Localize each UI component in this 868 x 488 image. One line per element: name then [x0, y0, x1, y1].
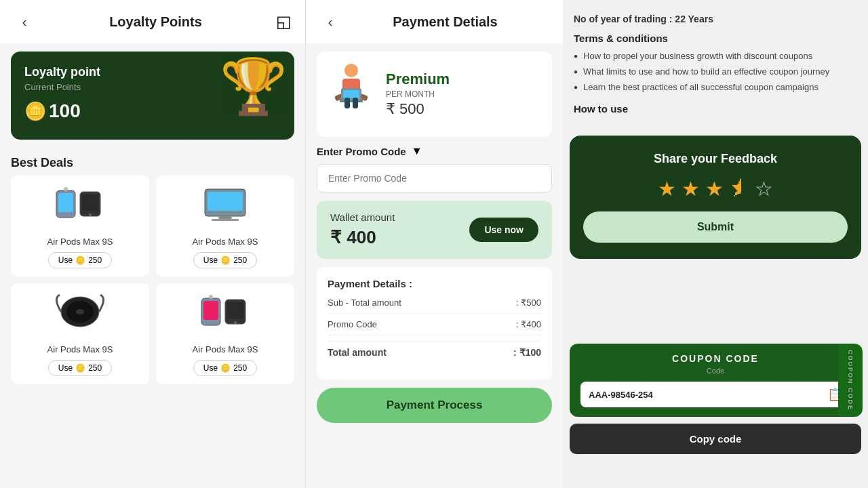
- coin-icon: 🪙: [24, 101, 46, 122]
- payment-title: Payment Detials: [341, 14, 549, 30]
- loyalty-card: Loyalty point Current Points 🪙 100 🏆: [11, 52, 294, 140]
- payment-process-button[interactable]: Payment Process: [317, 388, 552, 423]
- deal-use-btn-3[interactable]: Use 🪙 250: [48, 360, 112, 376]
- deal-use-btn-2[interactable]: Use 🪙 250: [193, 252, 257, 268]
- coupon-code-text: AAA-98546-254: [589, 390, 653, 400]
- deal-name-4: Air Pods Max 9S: [193, 344, 258, 354]
- star-5[interactable]: ☆: [755, 177, 773, 201]
- promo-label: Enter Promo Code: [317, 146, 406, 157]
- terms-title: Terms & conditions: [574, 33, 857, 44]
- use-now-button[interactable]: Use now: [469, 218, 538, 242]
- deal-image-1: [53, 184, 107, 232]
- trophy-icon: 🏆: [220, 55, 288, 119]
- back-button[interactable]: ‹: [14, 11, 35, 33]
- payment-header: ‹ Payment Detials: [306, 0, 563, 43]
- coupon-side-label: COUPON CODE: [838, 344, 863, 417]
- coupon-subtitle: Code: [580, 367, 850, 375]
- coupon-section: COUPON CODE Code AAA-98546-254 📋 COUPON …: [570, 344, 861, 454]
- deal-coins-2: 250: [233, 256, 247, 265]
- feedback-title: Share your Feedback: [583, 152, 848, 166]
- deal-use-btn-1[interactable]: Use 🪙 250: [48, 252, 112, 268]
- loyalty-title: Loyalty Points: [109, 14, 202, 30]
- use-label: Use: [58, 256, 73, 265]
- deal-image-3: [53, 291, 107, 340]
- svg-rect-14: [203, 301, 218, 320]
- chevron-down-icon: ▼: [412, 145, 422, 157]
- svg-point-18: [234, 321, 237, 324]
- terms-item-2: What limits to use and how to build an e…: [574, 66, 857, 77]
- coupon-card: COUPON CODE Code AAA-98546-254 📋 COUPON …: [570, 344, 861, 417]
- svg-rect-27: [344, 98, 350, 108]
- subtotal-value: : ₹500: [516, 298, 541, 308]
- svg-rect-26: [340, 100, 363, 102]
- trading-years: No of year of trading : 22 Years: [574, 14, 857, 24]
- promo-input[interactable]: [317, 164, 552, 192]
- subtotal-row: Sub - Total amount : ₹500: [328, 298, 541, 314]
- coin-emoji-1: 🪙: [75, 256, 85, 265]
- wallet-amount: ₹ 400: [330, 227, 395, 248]
- loyalty-header: ‹ Loyalty Points ◱: [0, 0, 305, 43]
- product-info: Premium PER MONTH ₹ 500: [386, 70, 541, 118]
- payment-back-button[interactable]: ‹: [319, 11, 341, 33]
- product-price: ₹ 500: [386, 100, 541, 118]
- svg-rect-4: [82, 195, 98, 211]
- trading-info: No of year of trading : 22 Years Terms &…: [574, 14, 857, 115]
- feedback-overlay: Share your Feedback ★ ★ ★ ⯨ ☆ Submit: [570, 136, 861, 259]
- wallet-card: Wallet amount ₹ 400 Use now: [317, 201, 552, 259]
- total-value: : ₹100: [513, 347, 541, 358]
- deal-card-1: Air Pods Max 9S Use 🪙 250: [11, 176, 149, 277]
- svg-rect-17: [227, 302, 243, 319]
- trading-years-label: No of year of trading :: [574, 14, 672, 24]
- star-2[interactable]: ★: [682, 177, 700, 201]
- use-label-2: Use: [203, 256, 218, 265]
- deal-use-btn-4[interactable]: Use 🪙 250: [193, 360, 257, 376]
- product-period: PER MONTH: [386, 89, 541, 99]
- loyalty-panel: ‹ Loyalty Points ◱ Loyalty point Current…: [0, 0, 305, 488]
- product-card: Premium PER MONTH ₹ 500: [317, 52, 552, 137]
- product-name: Premium: [386, 70, 541, 88]
- deal-coins-3: 250: [88, 363, 102, 373]
- copy-code-button[interactable]: Copy code: [570, 424, 861, 454]
- payment-panel: ‹ Payment Detials Premium: [305, 0, 563, 488]
- coin-emoji-3: 🪙: [75, 363, 85, 373]
- svg-rect-9: [212, 219, 239, 221]
- promo-row: Promo Code : ₹400: [328, 319, 541, 336]
- stars-row: ★ ★ ★ ⯨ ☆: [583, 177, 848, 201]
- coin-emoji-4: 🪙: [220, 363, 231, 373]
- deals-grid: Air Pods Max 9S Use 🪙 250 Air Pods Max 9…: [0, 176, 305, 384]
- svg-rect-28: [353, 98, 358, 108]
- payment-details-heading: Payment Details :: [328, 278, 541, 289]
- star-3[interactable]: ★: [705, 177, 724, 201]
- coupon-side-text: COUPON CODE: [847, 350, 854, 411]
- deal-image-2: [198, 184, 252, 232]
- svg-point-12: [76, 309, 84, 314]
- deal-card-4: Air Pods Max 9S Use 🪙 250: [156, 283, 294, 384]
- promo-section: Enter Promo Code ▼: [317, 145, 552, 192]
- deal-name-2: Air Pods Max 9S: [193, 237, 258, 247]
- coin-emoji-2: 🪙: [220, 256, 231, 265]
- how-to-use-title: How to use: [574, 103, 857, 115]
- promo-header[interactable]: Enter Promo Code ▼: [317, 145, 552, 157]
- deal-name-3: Air Pods Max 9S: [47, 344, 113, 354]
- deal-image-4: [198, 291, 252, 340]
- svg-rect-8: [218, 216, 232, 219]
- points-value: 100: [49, 100, 81, 122]
- star-4[interactable]: ⯨: [729, 177, 749, 201]
- terms-item-1: How to propel your business growth with …: [574, 51, 857, 61]
- svg-point-15: [209, 295, 213, 299]
- coupon-title: COUPON CODE: [580, 353, 850, 364]
- total-label: Total amount: [328, 347, 387, 358]
- wallet-title: Wallet amount: [330, 211, 395, 223]
- wallet-info: Wallet amount ₹ 400: [330, 211, 395, 248]
- star-1[interactable]: ★: [658, 177, 676, 201]
- svg-point-2: [64, 187, 68, 191]
- deal-card-2: Air Pods Max 9S Use 🪙 250: [156, 176, 294, 277]
- right-panel: No of year of trading : 22 Years Terms &…: [563, 0, 868, 488]
- payment-details-section: Payment Details : Sub - Total amount : ₹…: [317, 267, 552, 380]
- trading-years-value: 22 Years: [675, 14, 713, 24]
- feedback-submit-button[interactable]: Submit: [583, 211, 848, 243]
- terms-list: How to propel your business growth with …: [574, 51, 857, 92]
- promo-code-value: : ₹400: [516, 319, 541, 329]
- deal-name-1: Air Pods Max 9S: [47, 237, 113, 247]
- coupon-code-row: AAA-98546-254 📋: [580, 382, 850, 407]
